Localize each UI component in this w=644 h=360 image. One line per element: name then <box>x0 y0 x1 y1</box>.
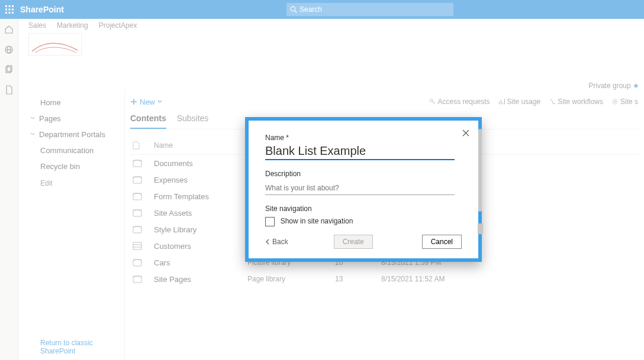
show-in-nav-checkbox[interactable] <box>265 217 275 226</box>
show-in-nav-label: Show in site navigation <box>281 217 353 225</box>
back-button[interactable]: Back <box>265 238 288 246</box>
create-button: Create <box>334 235 373 249</box>
dialog-scrollbar[interactable] <box>478 129 482 212</box>
chevron-left-icon <box>265 239 270 245</box>
site-nav-label: Site navigation <box>265 205 462 213</box>
dialog-resize-handle[interactable] <box>478 223 483 234</box>
name-label: Name * <box>265 134 462 142</box>
create-list-dialog: Name * Description Site navigation Show … <box>245 117 482 262</box>
description-input[interactable] <box>265 181 455 195</box>
cancel-button[interactable]: Cancel <box>422 235 462 249</box>
close-button[interactable] <box>462 129 470 137</box>
close-icon <box>462 129 470 137</box>
name-input[interactable] <box>265 143 455 160</box>
description-label: Description <box>265 170 462 178</box>
